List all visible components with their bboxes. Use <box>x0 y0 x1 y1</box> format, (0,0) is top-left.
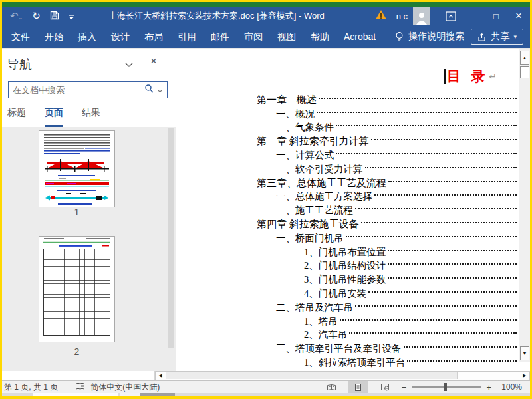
toc-entry[interactable]: 第四章 斜拉索施工设备 <box>176 217 518 231</box>
toc-entry[interactable]: 4、门机吊安装 <box>176 287 518 301</box>
toc-entry[interactable]: 一、计算公式 <box>176 148 518 162</box>
toc-entry[interactable]: 1、斜拉索塔顶牵引平台 <box>176 356 518 370</box>
scroll-left-button[interactable]: ◀ <box>156 372 165 380</box>
toc-entry[interactable]: 二、塔吊及汽车吊 <box>176 301 518 315</box>
language-indicator[interactable]: 简体中文(中国大陆) <box>90 382 160 393</box>
search-icon[interactable] <box>144 84 154 96</box>
print-layout-button[interactable] <box>348 381 368 393</box>
ribbon-tab-设计[interactable]: 设计 <box>104 25 137 48</box>
share-button[interactable]: 共享 ▾ <box>471 29 523 45</box>
read-mode-button[interactable] <box>322 381 342 393</box>
dot-leader <box>317 112 517 113</box>
word-window: ↶⌄ ↻ 上海长江大桥斜拉索安装技术方案.doc [兼容模式] - Word n… <box>2 7 530 393</box>
proofing-icon[interactable] <box>75 382 85 392</box>
web-layout-button[interactable] <box>375 381 395 393</box>
nav-tab-页面[interactable]: 页面 <box>45 107 63 127</box>
dot-leader <box>368 291 517 293</box>
nav-tab-list: 标题页面结果 <box>7 107 176 127</box>
nav-scrollbar[interactable] <box>168 127 174 371</box>
zoom-in-button[interactable]: + <box>486 382 491 392</box>
nav-pane-close-icon[interactable]: × <box>150 55 157 68</box>
zoom-out-button[interactable]: − <box>402 382 407 392</box>
ribbon-tab-Acrobat[interactable]: Acrobat <box>336 25 383 48</box>
share-label: 共享 <box>491 31 509 43</box>
toc-entry[interactable]: 3、门机吊性能参数 <box>176 273 518 287</box>
toc-entry[interactable]: 一、桥面门机吊 <box>176 231 518 245</box>
toc-entry-text: 二、软牵引受力计算 <box>276 163 363 176</box>
toc-entry[interactable]: 二、气象条件 <box>176 121 518 135</box>
maximize-button[interactable]: □ <box>485 7 507 25</box>
ribbon-tab-邮件[interactable]: 邮件 <box>203 25 237 48</box>
toc-entry[interactable]: 二、施工工艺流程 <box>176 203 518 217</box>
customize-qat-icon[interactable] <box>68 11 74 22</box>
toc-list: 第一章 概述一、概况二、气象条件第二章 斜拉索牵引力计算一、计算公式二、软牵引受… <box>176 93 518 370</box>
vertical-scrollbar-thumb[interactable] <box>520 66 529 78</box>
dot-leader <box>340 319 517 321</box>
document-page[interactable]: 目 录 ↵ 第一章 概述一、概况二、气象条件第二章 斜拉索牵引力计算一、计算公式… <box>176 49 530 371</box>
ribbon-tab-审阅[interactable]: 审阅 <box>237 25 270 48</box>
close-button[interactable]: × <box>507 7 530 25</box>
nav-pane-options-icon[interactable] <box>125 59 133 70</box>
ribbon-tab-开始[interactable]: 开始 <box>37 25 70 48</box>
toc-entry[interactable]: 1、塔吊 <box>176 315 518 329</box>
zoom-slider[interactable] <box>412 386 481 388</box>
minimize-button[interactable]: — <box>462 7 485 25</box>
redo-icon[interactable]: ↻ <box>32 10 41 22</box>
ribbon-display-options-icon[interactable] <box>440 7 462 25</box>
account-name[interactable]: n c <box>396 11 408 21</box>
ribbon-tab-布局[interactable]: 布局 <box>137 25 170 48</box>
status-bar: 第 1 页, 共 1 页 简体中文(中国大陆) − <box>2 380 530 393</box>
nav-tab-标题[interactable]: 标题 <box>7 107 26 127</box>
horizontal-scrollbar-track[interactable] <box>165 372 520 380</box>
tell-me-box[interactable]: 操作说明搜索 <box>395 31 464 43</box>
toc-entry[interactable]: 2、汽车吊 <box>176 329 518 342</box>
toc-entry-text: 第三章、总体施工工艺及流程 <box>257 177 386 190</box>
zoom-level[interactable]: 100% <box>498 382 522 392</box>
zoom-control: − + <box>402 382 491 392</box>
page2-thumbnail[interactable] <box>39 236 115 342</box>
horizontal-scrollbar[interactable]: ◀ ▶ <box>155 371 530 380</box>
ribbon-tab-引用[interactable]: 引用 <box>170 25 203 48</box>
toc-entry[interactable]: 第三章、总体施工工艺及流程 <box>176 176 518 190</box>
save-icon[interactable] <box>50 11 59 22</box>
toc-entry[interactable]: 1、门机吊布置位置 <box>176 245 518 259</box>
ribbon-tab-插入[interactable]: 插入 <box>70 25 104 48</box>
page-indicator[interactable]: 第 1 页, 共 1 页 <box>4 382 58 393</box>
toc-entry[interactable]: 2、门机吊结构设计 <box>176 259 518 273</box>
toc-entry-text: 第二章 斜拉索牵引力计算 <box>257 135 369 148</box>
scroll-down-button[interactable]: ▼ <box>520 346 529 360</box>
search-input[interactable] <box>9 85 144 95</box>
page2-number: 2 <box>39 346 115 357</box>
search-dropdown-icon[interactable] <box>157 84 163 96</box>
dot-leader <box>336 125 517 126</box>
toc-entry[interactable]: 二、软牵引受力计算 <box>176 162 518 176</box>
nav-scrollbar-thumb[interactable] <box>168 128 174 348</box>
toc-entry[interactable]: 一、总体施工方案选择 <box>176 190 518 204</box>
ribbon-tab-文件[interactable]: 文件 <box>4 25 37 48</box>
dot-leader <box>371 139 517 140</box>
ribbon-tab-视图[interactable]: 视图 <box>270 25 303 48</box>
toc-entry[interactable]: 一、概况 <box>176 107 518 121</box>
dot-leader <box>404 346 517 348</box>
toc-entry-text: 三、塔顶牵引平台及牵引设备 <box>276 342 402 355</box>
vertical-scrollbar[interactable]: ▲ ▼ <box>519 49 530 362</box>
toc-entry[interactable]: 第二章 斜拉索牵引力计算 <box>176 134 518 148</box>
toc-entry[interactable]: 三、塔顶牵引平台及牵引设备 <box>176 342 518 356</box>
undo-icon[interactable]: ↶⌄ <box>10 10 23 22</box>
toc-entry[interactable]: 第一章 概述 <box>176 93 518 107</box>
horizontal-scrollbar-thumb[interactable] <box>166 372 458 379</box>
page2-thumbnail-table <box>43 249 110 336</box>
toc-entry-text: 一、概况 <box>276 108 315 120</box>
ribbon-tab-帮助[interactable]: 帮助 <box>303 25 336 48</box>
window-title: 上海长江大桥斜拉索安装技术方案.doc [兼容模式] - Word <box>108 7 325 25</box>
scroll-up-button[interactable]: ▲ <box>520 51 529 65</box>
zoom-slider-thumb[interactable] <box>444 383 447 391</box>
toc-entry-text: 二、塔吊及汽车吊 <box>276 301 353 314</box>
scroll-right-button[interactable]: ▶ <box>520 372 529 380</box>
dot-leader <box>361 222 517 223</box>
nav-tab-结果[interactable]: 结果 <box>82 107 100 127</box>
warning-icon[interactable] <box>375 9 387 23</box>
title-bar: ↶⌄ ↻ 上海长江大桥斜拉索安装技术方案.doc [兼容模式] - Word n… <box>2 7 530 25</box>
page1-thumbnail[interactable] <box>39 130 115 207</box>
avatar[interactable] <box>413 7 430 25</box>
